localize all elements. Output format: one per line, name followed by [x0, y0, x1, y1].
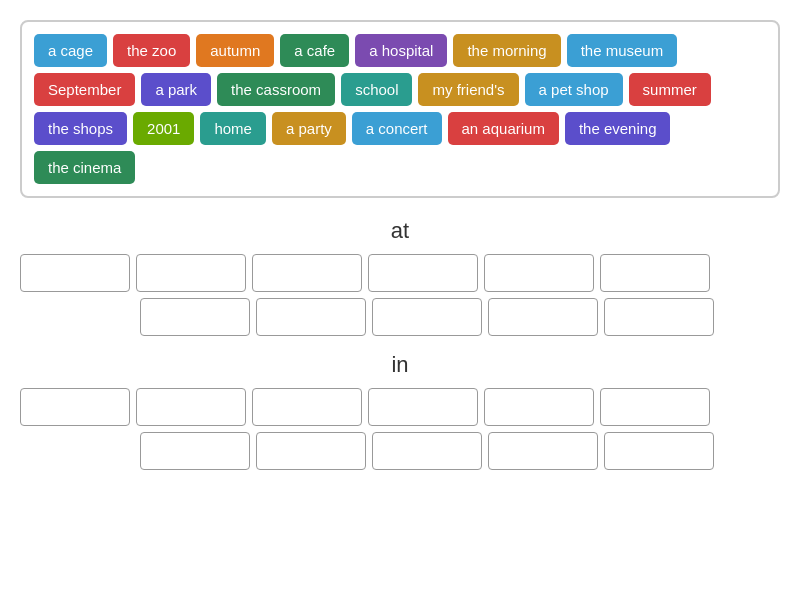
word-tile-the-cassroom[interactable]: the cassroom	[217, 73, 335, 106]
word-tile-a-cafe[interactable]: a cafe	[280, 34, 349, 67]
section-label-in: in	[20, 352, 780, 378]
word-tile-the-zoo[interactable]: the zoo	[113, 34, 190, 67]
word-tile-a-party[interactable]: a party	[272, 112, 346, 145]
drop-box[interactable]	[488, 298, 598, 336]
sections-container: atin	[20, 218, 780, 470]
drop-box[interactable]	[136, 254, 246, 292]
drop-box[interactable]	[600, 388, 710, 426]
drop-box[interactable]	[484, 254, 594, 292]
word-tile-a-cage[interactable]: a cage	[34, 34, 107, 67]
drop-box[interactable]	[368, 254, 478, 292]
drop-box[interactable]	[256, 298, 366, 336]
drop-row	[140, 432, 780, 470]
drop-box[interactable]	[600, 254, 710, 292]
drop-box[interactable]	[136, 388, 246, 426]
word-tile-the-museum[interactable]: the museum	[567, 34, 678, 67]
word-tile-home[interactable]: home	[200, 112, 266, 145]
word-tile-the-cinema[interactable]: the cinema	[34, 151, 135, 184]
drop-box[interactable]	[252, 254, 362, 292]
word-tile-my-friends[interactable]: my friend's	[418, 73, 518, 106]
word-bank: a cagethe zooautumna cafea hospitalthe m…	[20, 20, 780, 198]
drop-box[interactable]	[484, 388, 594, 426]
section-label-at: at	[20, 218, 780, 244]
word-tile-the-shops[interactable]: the shops	[34, 112, 127, 145]
word-tile-a-pet-shop[interactable]: a pet shop	[525, 73, 623, 106]
drop-box[interactable]	[604, 298, 714, 336]
word-tile-a-park[interactable]: a park	[141, 73, 211, 106]
drop-row	[20, 254, 780, 292]
drop-box[interactable]	[372, 298, 482, 336]
word-tile-the-evening[interactable]: the evening	[565, 112, 671, 145]
word-tile-school[interactable]: school	[341, 73, 412, 106]
drop-row	[20, 388, 780, 426]
drop-box[interactable]	[140, 432, 250, 470]
drop-box[interactable]	[252, 388, 362, 426]
word-tile-the-morning[interactable]: the morning	[453, 34, 560, 67]
drop-box[interactable]	[604, 432, 714, 470]
drop-box[interactable]	[20, 254, 130, 292]
word-tile-a-concert[interactable]: a concert	[352, 112, 442, 145]
drop-box[interactable]	[20, 388, 130, 426]
drop-box[interactable]	[256, 432, 366, 470]
drop-box[interactable]	[372, 432, 482, 470]
word-tile-summer[interactable]: summer	[629, 73, 711, 106]
word-tile-2001[interactable]: 2001	[133, 112, 194, 145]
word-tile-an-aquarium[interactable]: an aquarium	[448, 112, 559, 145]
word-tile-september[interactable]: September	[34, 73, 135, 106]
drop-row	[140, 298, 780, 336]
word-tile-a-hospital[interactable]: a hospital	[355, 34, 447, 67]
drop-box[interactable]	[488, 432, 598, 470]
drop-box[interactable]	[140, 298, 250, 336]
word-tile-autumn[interactable]: autumn	[196, 34, 274, 67]
drop-box[interactable]	[368, 388, 478, 426]
